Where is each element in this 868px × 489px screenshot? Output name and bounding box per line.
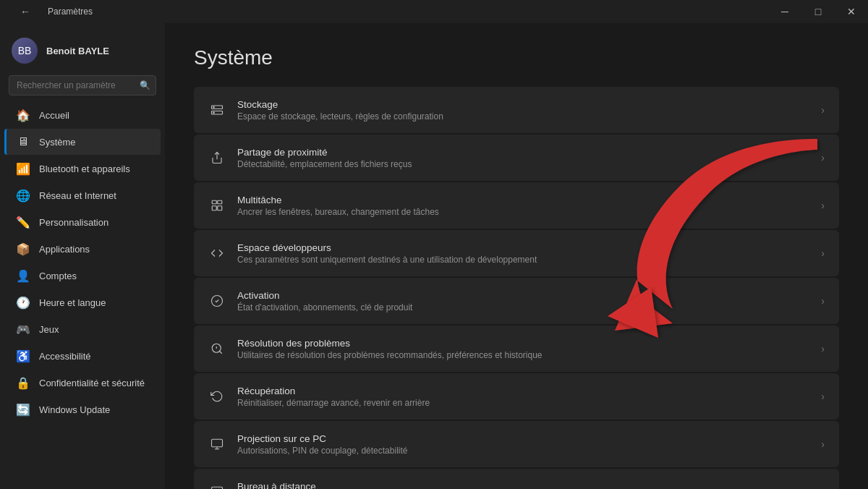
settings-text-stockage: Stockage Espace de stockage, lecteurs, r…	[237, 99, 809, 122]
settings-chevron-resolution: ›	[821, 343, 825, 354]
nav-icon-systeme: 🖥	[16, 135, 30, 149]
sidebar-item-applications[interactable]: 📦 Applications	[4, 236, 161, 262]
title-bar-left: ← Paramètres	[9, 0, 93, 23]
settings-chevron-recuperation: ›	[821, 391, 825, 402]
settings-chevron-stockage: ›	[821, 104, 825, 116]
settings-chevron-multitache: ›	[821, 200, 825, 211]
settings-title-multitache: Multitâche	[237, 195, 809, 205]
sidebar-item-heure[interactable]: 🕐 Heure et langue	[4, 289, 161, 315]
settings-chevron-projection: ›	[821, 438, 825, 450]
settings-icon-partage	[208, 149, 226, 166]
back-icon: ←	[20, 6, 30, 17]
sidebar-item-accessibilite[interactable]: ♿ Accessibilité	[4, 343, 161, 369]
sidebar-item-bluetooth[interactable]: 📶 Bluetooth et appareils	[4, 156, 161, 182]
user-section: BB Benoit BAYLE	[0, 29, 165, 75]
sidebar-item-reseau[interactable]: 🌐 Réseau et Internet	[4, 182, 161, 208]
settings-item-recuperation[interactable]: Récupération Réinitialiser, démarrage av…	[194, 373, 839, 420]
settings-desc-projection: Autorisations, PIN de couplage, détectab…	[237, 446, 809, 456]
nav-label-bluetooth: Bluetooth et appareils	[39, 163, 130, 174]
settings-desc-resolution: Utilitaires de résolution des problèmes …	[237, 350, 809, 360]
minimize-icon: ─	[781, 6, 788, 17]
nav-icon-accessibilite: ♿	[16, 349, 30, 363]
maximize-icon: □	[815, 6, 821, 17]
close-icon: ✕	[847, 6, 856, 17]
nav-icon-windows-update: 🔄	[16, 402, 30, 417]
title-bar: ← Paramètres ─ □ ✕	[0, 0, 868, 23]
nav-label-reseau: Réseau et Internet	[39, 190, 116, 201]
settings-desc-partage: Détectabilité, emplacement des fichiers …	[237, 159, 809, 169]
sidebar-item-systeme[interactable]: 🖥 Système	[4, 129, 161, 155]
svg-rect-14	[212, 439, 223, 447]
sidebar-item-jeux[interactable]: 🎮 Jeux	[4, 316, 161, 342]
settings-item-stockage[interactable]: Stockage Espace de stockage, lecteurs, r…	[194, 87, 839, 133]
search-input[interactable]	[9, 75, 156, 95]
nav-label-systeme: Système	[39, 137, 76, 148]
settings-chevron-bureau: ›	[821, 486, 825, 489]
nav-icon-personnalisation: ✏️	[16, 215, 30, 229]
settings-desc-multitache: Ancrer les fenêtres, bureaux, changement…	[237, 207, 809, 217]
settings-item-partage[interactable]: Partage de proximité Détectabilité, empl…	[194, 135, 839, 181]
sidebar-item-confidentialite[interactable]: 🔒 Confidentialité et sécurité	[4, 370, 161, 396]
settings-text-resolution: Résolution des problèmes Utilitaires de …	[237, 338, 809, 360]
app-body: BB Benoit BAYLE 🔍 🏠 Accueil 🖥 Système 📶 …	[0, 23, 868, 489]
search-icon: 🔍	[140, 80, 150, 90]
maximize-button[interactable]: □	[801, 0, 835, 23]
search-box: 🔍	[9, 75, 156, 95]
svg-rect-8	[218, 206, 222, 211]
settings-title-stockage: Stockage	[237, 99, 809, 110]
sidebar-item-comptes[interactable]: 👤 Comptes	[4, 263, 161, 289]
sidebar-item-windows-update[interactable]: 🔄 Windows Update	[4, 396, 161, 422]
nav-icon-reseau: 🌐	[16, 188, 30, 203]
settings-desc-activation: État d'activation, abonnements, clé de p…	[237, 302, 809, 312]
settings-chevron-dev: ›	[821, 247, 825, 259]
settings-item-activation[interactable]: Activation État d'activation, abonnement…	[194, 278, 839, 324]
settings-text-recuperation: Récupération Réinitialiser, démarrage av…	[237, 386, 809, 408]
settings-title-activation: Activation	[237, 290, 809, 301]
sidebar-item-accueil[interactable]: 🏠 Accueil	[4, 102, 161, 128]
settings-icon-multitache	[208, 197, 226, 214]
settings-text-multitache: Multitâche Ancrer les fenêtres, bureaux,…	[237, 195, 809, 217]
avatar: BB	[12, 38, 38, 64]
settings-icon-recuperation	[208, 388, 226, 405]
nav-label-confidentialite: Confidentialité et sécurité	[39, 378, 145, 388]
settings-item-multitache[interactable]: Multitâche Ancrer les fenêtres, bureaux,…	[194, 182, 839, 229]
settings-icon-dev	[208, 244, 226, 262]
nav-container: 🏠 Accueil 🖥 Système 📶 Bluetooth et appar…	[0, 101, 165, 423]
settings-desc-recuperation: Réinitialiser, démarrage avancé, revenir…	[237, 398, 809, 408]
settings-item-dev[interactable]: Espace développeurs Ces paramètres sont …	[194, 230, 839, 276]
settings-icon-projection	[208, 435, 226, 453]
settings-item-bureau[interactable]: Bureau à distance Utilisateurs du Bureau…	[194, 469, 839, 489]
settings-text-activation: Activation État d'activation, abonnement…	[237, 290, 809, 312]
settings-icon-resolution	[208, 340, 226, 357]
nav-icon-accueil: 🏠	[16, 108, 30, 122]
settings-title-bureau: Bureau à distance	[237, 481, 809, 490]
svg-rect-6	[218, 200, 222, 204]
settings-icon-activation	[208, 292, 226, 310]
settings-title-recuperation: Récupération	[237, 386, 809, 396]
settings-desc-dev: Ces paramètres sont uniquement destinés …	[237, 255, 809, 265]
settings-text-projection: Projection sur ce PC Autorisations, PIN …	[237, 433, 809, 456]
settings-item-resolution[interactable]: Résolution des problèmes Utilitaires de …	[194, 326, 839, 372]
settings-icon-bureau	[208, 483, 226, 489]
svg-line-11	[219, 351, 221, 353]
nav-label-accessibilite: Accessibilité	[39, 351, 91, 362]
close-button[interactable]: ✕	[835, 0, 868, 23]
nav-icon-bluetooth: 📶	[16, 161, 30, 176]
settings-title-resolution: Résolution des problèmes	[237, 338, 809, 349]
nav-icon-applications: 📦	[16, 242, 30, 256]
svg-point-2	[213, 107, 215, 109]
settings-text-bureau: Bureau à distance Utilisateurs du Bureau…	[237, 481, 809, 490]
nav-label-accueil: Accueil	[39, 110, 69, 121]
settings-chevron-partage: ›	[821, 152, 825, 163]
minimize-button[interactable]: ─	[768, 0, 801, 23]
svg-point-3	[213, 112, 215, 114]
settings-item-projection[interactable]: Projection sur ce PC Autorisations, PIN …	[194, 421, 839, 467]
sidebar: BB Benoit BAYLE 🔍 🏠 Accueil 🖥 Système 📶 …	[0, 23, 165, 489]
settings-icon-stockage	[208, 101, 226, 119]
svg-rect-7	[212, 206, 216, 211]
avatar-initials: BB	[18, 45, 32, 56]
sidebar-item-personnalisation[interactable]: ✏️ Personnalisation	[4, 209, 161, 235]
user-name: Benoit BAYLE	[46, 46, 109, 56]
back-button[interactable]: ←	[9, 0, 42, 23]
title-bar-controls: ─ □ ✕	[768, 0, 868, 23]
